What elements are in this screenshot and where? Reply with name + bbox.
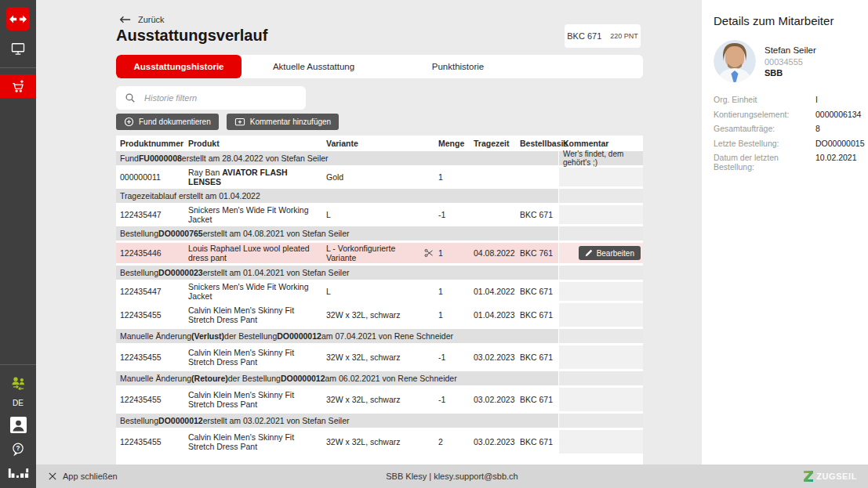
- comment-cell: [559, 282, 643, 301]
- history-group-row: Fund FU0000008 erstellt am 28.04.2022 vo…: [116, 151, 643, 165]
- tab-ausstattungshistorie[interactable]: Ausstattungshistorie: [116, 55, 242, 78]
- plus-circle-icon: [124, 117, 134, 127]
- detail-row: Gesamtaufträge:8: [714, 124, 860, 133]
- table-cell: BKC 671: [520, 352, 558, 362]
- table-cell: -1: [438, 352, 474, 362]
- history-group-row: Manuelle Änderung (Retoure) der Bestellu…: [116, 371, 643, 385]
- bkc-value: BKC 671: [567, 31, 601, 41]
- table-cell: 1: [438, 172, 474, 182]
- column-header: Menge: [438, 139, 474, 148]
- cart-plus-icon[interactable]: [0, 74, 36, 98]
- kommentar-hinzufuegen-button[interactable]: Kommentar hinzufügen: [227, 114, 339, 130]
- table-cell: 000000011: [116, 172, 188, 182]
- comment-cell: [559, 345, 643, 369]
- table-row[interactable]: 122435446Louis Raphael Luxe wool pleated…: [116, 243, 643, 263]
- detail-value: DO00000015: [815, 139, 864, 148]
- history-group-row: Tragezeitablauf erstellt am 01.04.2022: [116, 189, 643, 203]
- tab-aktuelle-ausstattung[interactable]: Aktuelle Ausstattung: [242, 55, 386, 78]
- table-row[interactable]: 122435455Calvin Klein Men's Skinny Fit S…: [116, 430, 643, 454]
- product-cell: Ray Ban AVIATOR FLASH LENSES: [188, 168, 326, 186]
- table-cell: 01.04.2023: [474, 310, 520, 320]
- kommentar-hinzufuegen-label: Kommentar hinzufügen: [250, 117, 331, 126]
- comment-cell: [559, 414, 643, 428]
- variant-cell: L - Vorkonfigurierte Variante: [326, 244, 438, 262]
- table-cell: 1: [438, 248, 474, 258]
- detail-label: Datum der letzten Bestellung:: [714, 153, 815, 172]
- detail-value: 8: [815, 124, 820, 133]
- search-icon: [125, 92, 136, 103]
- comment-cell: [559, 371, 643, 385]
- help-icon[interactable]: ?: [0, 438, 36, 461]
- search-box: [116, 86, 306, 110]
- employee-avatar: [714, 40, 756, 82]
- detail-row: Org. EinheitI: [714, 95, 860, 104]
- sidebar: DE ?: [0, 0, 36, 488]
- support-text: SBB Klesy | klesy.support@sbb.ch: [36, 472, 868, 481]
- sbb-logo-icon[interactable]: [6, 7, 30, 31]
- table-cell: 122435447: [116, 287, 188, 296]
- portrait-icon[interactable]: [0, 413, 36, 436]
- bp-logo-icon: [0, 461, 36, 485]
- variant-cell: L: [326, 287, 438, 296]
- comment-cell: [559, 303, 643, 327]
- pencil-icon: [585, 249, 593, 257]
- table-row[interactable]: 122435455Calvin Klein Men's Skinny Fit S…: [116, 303, 643, 327]
- column-header: Produkt: [188, 139, 326, 148]
- fund-dokumentieren-button[interactable]: Fund dokumentieren: [116, 114, 219, 130]
- language-selector[interactable]: DE: [13, 399, 24, 407]
- table-cell: 122435455: [116, 352, 188, 362]
- table-row[interactable]: 000000011Ray Ban AVIATOR FLASH LENSESGol…: [116, 168, 643, 186]
- variant-cell: 32W x 32L, schwarz: [326, 395, 438, 404]
- product-cell: Louis Raphael Luxe wool pleated dress pa…: [188, 244, 326, 262]
- back-label: Zurück: [138, 15, 165, 24]
- app-window: DE ?: [0, 0, 868, 488]
- table-row[interactable]: 122435455Calvin Klein Men's Skinny Fit S…: [116, 345, 643, 369]
- zugseil-name: ZUGSEIL: [816, 472, 857, 481]
- variant-cell: L: [326, 210, 438, 219]
- product-cell: Calvin Klein Men's Skinny Fit Stretch Dr…: [188, 390, 326, 409]
- comment-cell: [559, 226, 643, 240]
- scissors-icon: [424, 248, 434, 258]
- back-button[interactable]: Zurück: [119, 15, 165, 24]
- history-group-row: Bestellung DO0000012 erstellt am 03.02.2…: [116, 414, 643, 428]
- variant-cell: 32W x 32L, schwarz: [326, 310, 438, 320]
- svg-text:?: ?: [16, 445, 20, 452]
- tab-punkthistorie[interactable]: Punkthistorie: [386, 55, 530, 78]
- comment-cell: Bearbeiten: [559, 243, 643, 263]
- panel-title: Details zum Mitarbeiter: [714, 14, 860, 27]
- users-switch-icon[interactable]: [0, 371, 36, 395]
- close-app-button[interactable]: App schließen: [49, 472, 118, 481]
- table-row[interactable]: 122435447Snickers Men's Wide Fit Working…: [116, 282, 643, 301]
- comment-cell: [559, 430, 643, 454]
- sidebar-divider: [0, 67, 36, 68]
- table-cell: 122435447: [116, 210, 188, 219]
- detail-row: Datum der letzten Bestellung:10.02.2021: [714, 153, 860, 172]
- table-cell: -1: [438, 210, 474, 219]
- detail-row: Kontierungselement:0000006134: [714, 110, 860, 119]
- variant-cell: 32W x 32L, schwarz: [326, 437, 438, 446]
- comment-cell: [559, 168, 643, 186]
- detail-label: Letzte Bestellung:: [714, 139, 815, 148]
- table-row[interactable]: 122435455Calvin Klein Men's Skinny Fit S…: [116, 388, 643, 411]
- back-arrow-icon: [119, 16, 131, 23]
- page-title: Ausstattungsverlauf: [116, 27, 267, 45]
- table-cell: -1: [438, 395, 474, 404]
- employee-details-panel: Details zum Mitarbeiter Stefan Seiler: [702, 0, 868, 465]
- comment-cell: [559, 388, 643, 411]
- detail-value: 0000006134: [815, 110, 861, 119]
- detail-value: 10.02.2021: [815, 153, 857, 172]
- employee-fields: Org. EinheitIKontierungselement:00000061…: [714, 95, 860, 172]
- table-row[interactable]: 122435447Snickers Men's Wide Fit Working…: [116, 205, 643, 224]
- search-input[interactable]: [143, 92, 297, 103]
- points-value: 220 PNT: [610, 32, 638, 40]
- zugseil-logo-icon: [804, 471, 813, 482]
- monitor-icon[interactable]: [0, 37, 36, 60]
- table-cell: 1: [438, 287, 474, 296]
- table-body: Fund FU0000008 erstellt am 28.04.2022 vo…: [116, 151, 643, 454]
- employee-name: Stefan Seiler: [764, 45, 816, 55]
- history-table: ProduktnummerProduktVarianteMengeTrageze…: [116, 136, 643, 465]
- bearbeiten-button[interactable]: Bearbeiten: [579, 246, 641, 260]
- main-area: Zurück Ausstattungsverlauf BKC 671 220 P…: [36, 0, 702, 465]
- product-cell: Calvin Klein Men's Skinny Fit Stretch Dr…: [188, 348, 326, 367]
- close-icon: [49, 472, 56, 480]
